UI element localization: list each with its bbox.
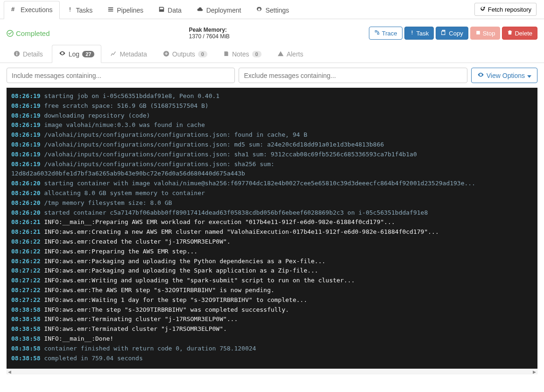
subtab-label: Outputs [172,50,195,58]
scroll-right-icon: ▶ [533,370,536,374]
log-line: 08:26:22 INFO:aws.emr:Preparing the AWS … [11,247,533,257]
copy-button[interactable]: Copy [436,27,468,40]
eye-icon [59,50,66,58]
trash-icon [507,29,513,37]
check-circle-icon [7,30,14,37]
tab-deployment[interactable]: Deployment [189,1,249,19]
cloud-icon [197,6,204,14]
delete-button[interactable]: Delete [502,27,537,40]
info-icon [14,50,20,58]
tab-pipelines[interactable]: Pipelines [100,1,151,19]
log-count-badge: 27 [82,51,94,57]
caret-down-icon [527,72,531,79]
exclamation-icon [410,29,415,37]
warning-icon [277,50,284,58]
refresh-icon [480,6,486,13]
outputs-count-badge: 0 [198,51,207,57]
trace-button[interactable]: Trace [369,27,403,40]
subtab-details[interactable]: Details [7,45,50,63]
status-badge: Completed [7,29,50,37]
subtab-alerts[interactable]: Alerts [270,45,311,63]
log-line: 08:26:19 image valohai/nimue:0.3.0 was f… [11,120,533,130]
task-button[interactable]: Task [404,27,434,40]
hash-icon: # [11,6,18,14]
tab-label: Executions [21,6,52,14]
tab-settings[interactable]: Settings [248,1,297,19]
log-line: 08:26:20 started container c5a7147bf06ab… [11,208,533,218]
tab-tasks[interactable]: Tasks [60,1,100,19]
fetch-repository-button[interactable]: Fetch repository [474,3,537,16]
log-line: 08:26:20 /tmp memory filesystem size: 8.… [11,198,533,208]
scroll-left-icon: ◀ [8,370,11,374]
tab-label: Settings [265,7,289,14]
button-label: Trace [382,30,397,37]
button-label: View Options [487,72,525,79]
log-line: 12d8d2a6032d0bfe1d7bf3a6265ab9b43e90bc72… [11,169,533,179]
log-line: 08:27:22 INFO:aws.emr:The AWS EMR step "… [11,286,533,295]
status-label: Completed [16,29,50,37]
svg-rect-4 [16,52,17,53]
log-line: 08:27:22 INFO:aws.emr:Waiting 1 day for … [11,295,533,305]
log-line: 08:26:19 /valohai/inputs/configurations/… [11,150,533,160]
log-line: 08:26:19 /valohai/inputs/configurations/… [11,160,533,169]
save-icon [158,6,165,14]
main-nav-tabs: # Executions Tasks Pipelines Data Deploy… [0,0,544,19]
subtab-outputs[interactable]: Outputs 0 [156,45,214,63]
subtab-metadata[interactable]: Metadata [103,45,154,63]
subtab-notes[interactable]: Notes 0 [216,45,268,63]
gear-icon [256,6,262,14]
tab-data[interactable]: Data [151,1,189,19]
button-label: Stop [483,30,495,37]
button-label: Task [417,30,429,37]
log-line: 08:26:19 downloading repository (code) [11,111,533,121]
subtab-label: Log [69,50,79,58]
include-filter-input[interactable] [7,68,235,83]
log-output[interactable]: 08:26:19 starting job on i-05c56351bddaf… [7,88,537,369]
download-icon [163,50,170,58]
trace-icon [374,29,380,37]
subtab-label: Metadata [120,50,147,58]
log-line: 08:38:58 INFO:aws.emr:The step "s-32O9TI… [11,305,533,315]
log-line: 08:38:58 completed in 759.04 seconds [11,354,533,364]
log-line: 08:26:19 free scratch space: 516.9 GB (5… [11,101,533,111]
exclude-filter-input[interactable] [239,68,467,83]
log-line: 08:38:58 container finished with return … [11,344,533,354]
log-line: 08:27:22 INFO:aws.emr:Packaging and uplo… [11,266,533,276]
log-line: 08:26:20 allocating 8.0 GB system memory… [11,189,533,198]
log-line: 08:38:58 INFO:__main__:Done! [11,334,533,344]
svg-text:#: # [11,6,15,13]
log-line: 08:27:22 INFO:aws.emr:Writing and upload… [11,276,533,286]
status-row: Completed Peak Memory: 1370 / 7604 MiB T… [0,19,544,44]
log-line: 08:38:58 INFO:aws.emr:Terminating cluste… [11,315,533,324]
stop-button[interactable]: Stop [470,27,501,40]
eye-icon [477,71,484,79]
horizontal-scrollbar[interactable]: ◀ ▶ [7,369,537,374]
log-line: 08:38:58 INFO:aws.emr:Terminated cluster… [11,324,533,334]
notes-count-badge: 0 [252,51,261,57]
subtab-label: Details [23,50,43,58]
peak-memory-value: 1370 / 7604 MiB [189,33,229,40]
subtab-log[interactable]: Log 27 [52,45,102,63]
view-options-button[interactable]: View Options [471,68,537,83]
button-label: Copy [449,30,463,37]
chart-icon [110,50,117,58]
execution-sub-tabs: Details Log 27 Metadata Outputs 0 Notes … [0,44,544,63]
button-label: Fetch repository [488,6,531,13]
button-label: Delete [515,30,532,37]
log-filter-row: View Options [0,63,544,88]
exclamation-icon [67,6,73,14]
action-buttons: Trace Task Copy Stop Delete [369,27,537,40]
log-line: 08:26:20 starting container with image v… [11,179,533,189]
log-line: 08:26:19 starting job on i-05c56351bddaf… [11,91,533,101]
subtab-label: Alerts [287,50,304,58]
log-line: 08:26:22 INFO:aws.emr:Created the cluste… [11,237,533,247]
tab-label: Tasks [76,7,92,14]
stop-icon [475,30,481,37]
peak-memory: Peak Memory: 1370 / 7604 MiB [189,27,229,40]
tab-label: Pipelines [117,7,143,14]
tab-executions[interactable]: # Executions [4,1,60,19]
log-line: 08:26:19 /valohai/inputs/configurations/… [11,140,533,150]
peak-memory-label: Peak Memory: [189,27,229,33]
subtab-label: Notes [232,50,249,58]
tab-label: Data [168,7,182,14]
